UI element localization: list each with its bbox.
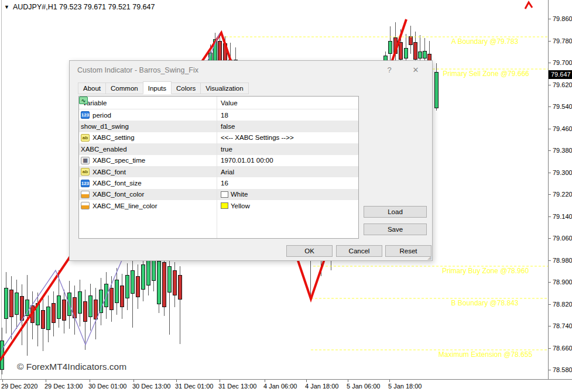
candle [418, 51, 422, 59]
candle [223, 43, 227, 61]
table-row[interactable]: abXABC_fontArial [79, 166, 358, 177]
level-label: A Boundary @79.783 [451, 37, 518, 46]
price-tick [549, 326, 551, 326]
cancel-button[interactable]: Cancel [336, 245, 382, 257]
dialog-title[interactable]: Custom Indicator - Barros_Swing_Fix [77, 66, 198, 74]
ok-button[interactable]: OK [286, 245, 333, 257]
value-text: 18 [221, 112, 228, 119]
reset-button[interactable]: Reset [385, 245, 431, 257]
variable-cell: ▦XABC_spec_time [79, 157, 217, 164]
variable-name: XABC_setting [93, 134, 135, 141]
variable-name: period [93, 112, 111, 119]
table-row[interactable]: abXABC_setting<<-- XABC Settings -->> [79, 132, 358, 143]
time-tick [90, 380, 90, 382]
table-row[interactable]: ∿XABC_enabledtrue [79, 143, 358, 154]
table-row[interactable]: ▦XABC_spec_time1970.01.01 00:00 [79, 155, 358, 166]
mt4-window: ▼AUDJPY#,H1 79.523 79.671 79.521 79.647 … [0, 0, 572, 392]
value-cell[interactable]: false [217, 123, 358, 130]
variable-name: XABC_font_color [93, 191, 144, 198]
table-row[interactable]: 123XABC_font_size16 [79, 177, 358, 188]
tab-common[interactable]: Common [105, 82, 143, 94]
save-button[interactable]: Save [364, 223, 427, 235]
candle [213, 39, 217, 61]
tab-about[interactable]: About [78, 82, 106, 94]
candle [413, 42, 417, 60]
current-price-badge: 79.647 [549, 70, 572, 79]
candle [25, 300, 29, 316]
time-tick-label: 31 Dec 13:00 [218, 383, 256, 390]
candle [136, 276, 140, 297]
help-icon[interactable]: ? [383, 65, 395, 75]
candle [162, 262, 166, 307]
load-button[interactable]: Load [364, 206, 427, 218]
candle [393, 37, 398, 54]
variable-name: XABC_spec_time [93, 157, 145, 164]
time-tick-label: 29 Dec 2020 [1, 383, 37, 390]
price-axis[interactable]: 79.86079.78079.70079.62079.54079.46079.3… [548, 0, 572, 379]
variable-name: XABC_ME_line_color [93, 202, 157, 209]
table-row[interactable]: 123period18 [79, 109, 358, 121]
table-row[interactable]: XABC_font_colorWhite [79, 189, 358, 200]
price-tick-label: 79.060 [553, 235, 572, 242]
candle [388, 41, 392, 54]
color-swatch [221, 202, 228, 209]
candle [57, 295, 61, 319]
color-type-icon [81, 202, 90, 209]
time-tick [2, 380, 3, 382]
value-cell[interactable]: 16 [217, 180, 358, 187]
candle [83, 301, 87, 322]
price-tick [549, 304, 551, 305]
time-tick-label: 5 Jan 06:00 [347, 383, 381, 390]
candle [404, 48, 408, 59]
value-cell[interactable]: true [217, 146, 358, 153]
candle [88, 295, 93, 317]
text-type-icon: ab [81, 134, 90, 142]
price-tick [549, 260, 551, 261]
tab-colors[interactable]: Colors [171, 82, 201, 94]
value-cell[interactable]: Arial [217, 169, 358, 176]
tab-visualization[interactable]: Visualization [200, 82, 248, 94]
level-label: Maximum Extension @78.655 [439, 350, 532, 359]
tab-inputs[interactable]: Inputs [143, 81, 172, 94]
time-axis[interactable]: 29 Dec 202029 Dec 13:0030 Dec 01:0030 De… [0, 379, 572, 392]
candle-wick [235, 47, 236, 61]
resize-grip[interactable]: ◢ [427, 255, 431, 260]
value-cell[interactable]: 18 [217, 112, 358, 119]
value-text: false [221, 123, 235, 130]
value-cell[interactable]: <<-- XABC Settings -->> [217, 134, 358, 141]
value-cell[interactable]: 1970.01.01 00:00 [217, 157, 358, 164]
candle [409, 36, 413, 45]
value-cell[interactable]: White [217, 191, 358, 198]
candle [399, 42, 403, 60]
chart-dropdown-icon[interactable]: ▼ [4, 4, 9, 10]
table-rows: 123period18∿show_d1_swingfalseabXABC_set… [79, 109, 358, 212]
candle [99, 290, 103, 313]
table-row[interactable]: XABC_ME_line_colorYellow [79, 200, 358, 211]
candle [15, 293, 19, 315]
time-tick [176, 380, 177, 382]
chart-type-icon: ∿ [79, 97, 88, 104]
price-tick-label: 78.820 [553, 301, 572, 308]
table-row[interactable]: ∿show_d1_swingfalse [79, 121, 358, 132]
column-divider [217, 97, 217, 238]
candle [208, 53, 213, 61]
candle-wick [331, 261, 331, 270]
time-tick-label: 30 Dec 01:00 [88, 383, 126, 390]
value-text: Yellow [231, 202, 250, 209]
time-tick-label: 29 Dec 13:00 [44, 383, 83, 390]
time-tick [306, 380, 307, 382]
variable-name: XABC_font [93, 169, 126, 176]
price-tick [549, 194, 551, 195]
price-tick [549, 129, 551, 129]
candle-wick [321, 261, 321, 276]
value-text: Arial [221, 169, 234, 176]
value-cell[interactable]: Yellow [217, 202, 358, 209]
price-tick-label: 79.140 [553, 213, 572, 220]
close-icon[interactable]: ✕ [410, 65, 422, 75]
price-tick [549, 216, 551, 217]
variable-name: XABC_font_size [93, 180, 142, 187]
price-tick-label: 79.540 [553, 103, 572, 110]
inputs-table: Variable Value 123period18∿show_d1_swing… [78, 96, 359, 239]
price-tick-label: 79.460 [553, 125, 572, 132]
time-tick [133, 380, 134, 382]
